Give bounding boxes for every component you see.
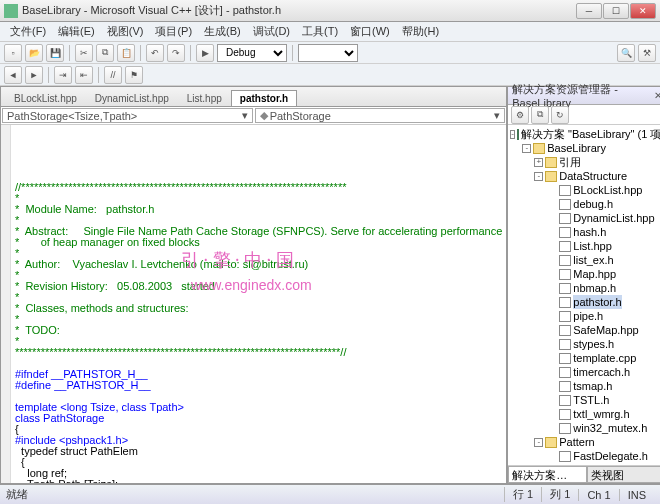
bookmark-button[interactable]: ⚑: [125, 66, 143, 84]
menu-item[interactable]: 工具(T): [296, 22, 344, 41]
refresh-button[interactable]: ↻: [551, 106, 569, 124]
cut-button[interactable]: ✂: [75, 44, 93, 62]
menu-item[interactable]: 项目(P): [149, 22, 198, 41]
open-button[interactable]: 📂: [25, 44, 43, 62]
platform-select[interactable]: [298, 44, 358, 62]
file-icon: [559, 409, 571, 420]
code-line: #define __PATHSTOR_H__: [15, 380, 502, 391]
tree-node[interactable]: TSTL.h: [510, 393, 660, 407]
tree-node[interactable]: template.cpp: [510, 351, 660, 365]
tree-label: TSTL.h: [573, 393, 609, 407]
comment-button[interactable]: //: [104, 66, 122, 84]
menu-item[interactable]: 编辑(E): [52, 22, 101, 41]
menu-item[interactable]: 视图(V): [101, 22, 150, 41]
toolbox-button[interactable]: ⚒: [638, 44, 656, 62]
tree-node[interactable]: -Pattern: [510, 435, 660, 449]
document-tab[interactable]: BLockList.hpp: [5, 90, 86, 106]
close-button[interactable]: ✕: [630, 3, 656, 19]
start-debug-button[interactable]: ▶: [196, 44, 214, 62]
code-editor[interactable]: 引 · 擎 · 中 · 国 www.enginedx.com //*******…: [1, 125, 506, 483]
code-line: class PathStorage: [15, 413, 502, 424]
file-icon: [559, 185, 571, 196]
tree-node[interactable]: DynamicList.hpp: [510, 211, 660, 225]
solution-tree[interactable]: -解决方案 "BaseLibrary" (1 项目)-BaseLibrary+引…: [508, 125, 660, 465]
solution-explorer: 解决方案资源管理器 - BaseLibrary ✕ ⚙ ⧉ ↻ -解决方案 "B…: [507, 86, 660, 484]
document-tab[interactable]: List.hpp: [178, 90, 231, 106]
menu-item[interactable]: 窗口(W): [344, 22, 396, 41]
document-tab[interactable]: pathstor.h: [231, 90, 297, 106]
find-button[interactable]: 🔍: [617, 44, 635, 62]
tree-node[interactable]: pipe.h: [510, 309, 660, 323]
new-button[interactable]: ▫: [4, 44, 22, 62]
tab-solution-explorer[interactable]: 解决方案…: [508, 466, 587, 483]
file-icon: [559, 199, 571, 210]
file-icon: [559, 241, 571, 252]
tree-label: win32_mutex.h: [573, 421, 647, 435]
file-icon: [559, 283, 571, 294]
tree-node[interactable]: +引用: [510, 155, 660, 169]
tree-node[interactable]: tsmap.h: [510, 379, 660, 393]
tree-node[interactable]: debug.h: [510, 197, 660, 211]
paste-button[interactable]: 📋: [117, 44, 135, 62]
pane-close-icon[interactable]: ✕: [654, 90, 660, 101]
collapse-icon[interactable]: -: [534, 438, 543, 447]
tree-node[interactable]: FastDelegate.h: [510, 449, 660, 463]
expand-icon[interactable]: +: [534, 158, 543, 167]
tree-node[interactable]: win32_mutex.h: [510, 421, 660, 435]
tree-node[interactable]: SafeMap.hpp: [510, 323, 660, 337]
tree-label: Map.hpp: [573, 267, 616, 281]
status-bar: 就绪 行 1 列 1 Ch 1 INS: [0, 484, 660, 504]
menu-item[interactable]: 帮助(H): [396, 22, 445, 41]
tree-label: BaseLibrary: [547, 141, 606, 155]
tree-node[interactable]: nbmap.h: [510, 281, 660, 295]
maximize-button[interactable]: ☐: [603, 3, 629, 19]
tree-node[interactable]: stypes.h: [510, 337, 660, 351]
code-line: * of heap manager on fixed blocks: [15, 237, 502, 248]
tree-node[interactable]: BLockList.hpp: [510, 183, 660, 197]
tree-label: BLockList.hpp: [573, 183, 642, 197]
tree-label: DataStructure: [559, 169, 627, 183]
menu-item[interactable]: 生成(B): [198, 22, 247, 41]
tree-node[interactable]: -解决方案 "BaseLibrary" (1 项目): [510, 127, 660, 141]
tree-label: FastDelegate.h: [573, 449, 648, 463]
properties-button[interactable]: ⚙: [511, 106, 529, 124]
tree-node[interactable]: -BaseLibrary: [510, 141, 660, 155]
show-all-button[interactable]: ⧉: [531, 106, 549, 124]
tree-node[interactable]: -DataStructure: [510, 169, 660, 183]
save-button[interactable]: 💾: [46, 44, 64, 62]
tree-node[interactable]: pathstor.h: [510, 295, 660, 309]
tree-node[interactable]: Map.hpp: [510, 267, 660, 281]
config-select[interactable]: Debug: [217, 44, 287, 62]
code-line: //**************************************…: [15, 182, 502, 193]
document-tab[interactable]: DynamicList.hpp: [86, 90, 178, 106]
nav-fwd-button[interactable]: ►: [25, 66, 43, 84]
folder-icon: [533, 143, 545, 154]
tree-node[interactable]: txtl_wmrg.h: [510, 407, 660, 421]
tree-node[interactable]: List.hpp: [510, 239, 660, 253]
outdent-button[interactable]: ⇤: [75, 66, 93, 84]
indent-button[interactable]: ⇥: [54, 66, 72, 84]
window-title: BaseLibrary - Microsoft Visual C++ [设计] …: [22, 3, 576, 18]
collapse-icon[interactable]: -: [534, 172, 543, 181]
menu-item[interactable]: 调试(D): [247, 22, 296, 41]
file-icon: [559, 381, 571, 392]
scope-dropdown[interactable]: PathStorage<Tsize,Tpath>▾: [2, 108, 253, 123]
file-icon: [559, 255, 571, 266]
menu-item[interactable]: 文件(F): [4, 22, 52, 41]
nav-back-button[interactable]: ◄: [4, 66, 22, 84]
file-icon: [559, 311, 571, 322]
status-text: 就绪: [6, 487, 28, 502]
minimize-button[interactable]: ─: [576, 3, 602, 19]
redo-button[interactable]: ↷: [167, 44, 185, 62]
code-line: *: [15, 314, 502, 325]
tree-node[interactable]: list_ex.h: [510, 253, 660, 267]
undo-button[interactable]: ↶: [146, 44, 164, 62]
tree-node[interactable]: timercach.h: [510, 365, 660, 379]
member-dropdown[interactable]: ◆PathStorage▾: [255, 108, 506, 123]
tree-node[interactable]: hash.h: [510, 225, 660, 239]
tree-label: SafeMap.hpp: [573, 323, 638, 337]
collapse-icon[interactable]: -: [510, 130, 515, 139]
collapse-icon[interactable]: -: [522, 144, 531, 153]
tab-class-view[interactable]: 类视图: [587, 466, 660, 483]
copy-button[interactable]: ⧉: [96, 44, 114, 62]
